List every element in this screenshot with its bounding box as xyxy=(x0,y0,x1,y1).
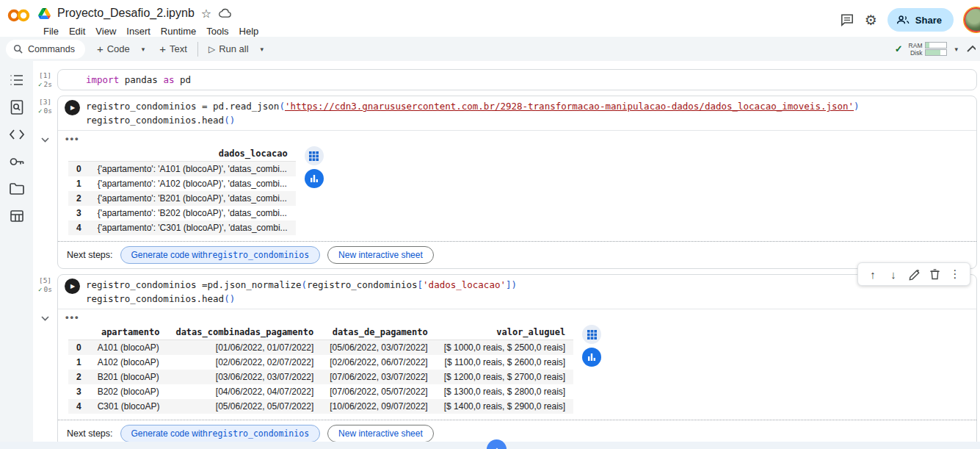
add-text-button[interactable]: + Text xyxy=(153,40,193,58)
menu-help[interactable]: Help xyxy=(234,24,264,38)
disk-bar xyxy=(925,49,947,56)
files-folder-icon[interactable] xyxy=(6,179,28,198)
comments-button[interactable] xyxy=(840,13,854,26)
plus-icon: + xyxy=(97,43,104,55)
menu-insert[interactable]: Insert xyxy=(121,24,156,38)
generate-code-var: registro_condominios xyxy=(208,250,309,260)
move-cell-up-button[interactable]: ↑ xyxy=(864,265,882,283)
table-cell: [05/06/2022, 05/07/2022] xyxy=(167,399,322,414)
left-sidebar xyxy=(0,61,33,449)
table-view-button[interactable] xyxy=(305,146,324,165)
menu-file[interactable]: File xyxy=(38,24,64,38)
cell-output: ••• dados_locacao0{'apartamento': 'A101 … xyxy=(58,131,976,241)
success-check-icon: ✓ xyxy=(38,286,42,293)
dataframe-table: apartamentodatas_combinadas_pagamentodat… xyxy=(68,325,573,414)
collapse-header-button[interactable] xyxy=(965,43,976,56)
colab-logo-icon xyxy=(6,7,32,24)
resource-dropdown[interactable]: ▾ xyxy=(953,43,959,56)
generate-code-button[interactable]: Generate code with registro_condominios xyxy=(120,246,321,264)
code-cell-2: [3] ✓0s ▶ registro_condominios = pd.read… xyxy=(33,96,977,269)
menu-edit[interactable]: Edit xyxy=(64,24,90,38)
cell-gutter: [3] ✓0s xyxy=(33,96,57,269)
menu-runtime[interactable]: Runtime xyxy=(156,24,201,38)
commands-button[interactable]: Commands xyxy=(6,40,85,59)
vertical-dots-icon: ⋮ xyxy=(950,267,961,281)
execution-time: 2s xyxy=(43,80,51,88)
new-interactive-sheet-button[interactable]: New interactive sheet xyxy=(327,246,434,264)
resource-monitor[interactable]: RAM Disk xyxy=(909,42,948,57)
chevron-down-icon xyxy=(41,137,49,143)
execution-count: [1] xyxy=(39,71,51,79)
table-cell: [$ 1300,0 reais, $ 2800,0 reais] xyxy=(436,384,573,399)
table-row: 2B201 (blocoAP)[03/06/2022, 03/07/2022][… xyxy=(68,370,573,384)
search-icon xyxy=(13,44,23,54)
code-editor[interactable]: registro_condominios = pd.read_json('htt… xyxy=(86,99,976,127)
avatar[interactable] xyxy=(964,7,980,32)
chart-view-button[interactable] xyxy=(582,348,601,367)
delete-cell-button[interactable] xyxy=(926,265,943,283)
menu-tools[interactable]: Tools xyxy=(201,24,233,38)
colab-logo[interactable] xyxy=(6,4,37,27)
connected-check-icon: ✓ xyxy=(895,43,903,54)
output-more-menu[interactable]: ••• xyxy=(65,312,80,323)
code-cell-3: [5] ✓0s ▶ registro_condominios =pd.json_… xyxy=(33,274,977,448)
menu-bar: File Edit View Insert Runtime Tools Help xyxy=(38,24,264,38)
move-cell-down-button[interactable]: ↓ xyxy=(885,265,902,283)
edit-with-ai-button[interactable] xyxy=(905,265,923,283)
generate-code-button[interactable]: Generate code with registro_condominios xyxy=(120,425,321,442)
chevron-down-icon: ▾ xyxy=(954,46,958,53)
cell-gutter: [1] ✓2s xyxy=(33,69,57,90)
table-row: 4{'apartamento': 'C301 (blocoAP)', 'data… xyxy=(68,220,296,235)
cloud-save-status-button[interactable] xyxy=(218,8,232,18)
generate-code-text: Generate code with xyxy=(131,250,208,260)
add-code-dropdown[interactable]: ▾ xyxy=(136,43,151,56)
add-code-button[interactable]: + Code xyxy=(91,40,136,58)
next-steps-label: Next steps: xyxy=(67,250,113,260)
run-all-label: Run all xyxy=(219,43,248,54)
run-cell-button[interactable]: ▶ xyxy=(65,100,80,115)
success-check-icon: ✓ xyxy=(38,81,42,88)
column-header: dados_locacao xyxy=(90,146,296,162)
colab-app: Proyecto_Desafio_2.ipynb ☆ File Edit Vie… xyxy=(0,0,980,449)
row-index: 0 xyxy=(68,162,90,177)
plus-icon: + xyxy=(159,43,166,55)
run-all-button[interactable]: ▷ Run all xyxy=(203,40,255,57)
table-view-button[interactable] xyxy=(582,325,601,344)
star-button[interactable]: ☆ xyxy=(201,7,211,21)
table-of-contents-icon[interactable] xyxy=(6,71,28,90)
code-editor[interactable]: registro_condominios =pd.json_normalize(… xyxy=(86,278,976,306)
table-row: 0{'apartamento': 'A101 (blocoAP)', 'data… xyxy=(68,162,296,177)
settings-button[interactable]: ⚙ xyxy=(865,12,877,29)
bar-chart-icon xyxy=(310,174,319,183)
execution-time: 0s xyxy=(43,107,51,115)
table-cell: A101 (blocoAP) xyxy=(90,340,168,356)
code-editor[interactable]: import pandas as pd xyxy=(58,73,976,87)
table-cell: [01/06/2022, 01/07/2022] xyxy=(167,340,322,356)
code-cell-1: [1] ✓2s import pandas as pd xyxy=(33,69,977,90)
run-icon: ▷ xyxy=(208,44,215,54)
table-row: 2{'apartamento': 'B201 (blocoAP)', 'data… xyxy=(68,191,296,206)
notebook-title[interactable]: Proyecto_Desafio_2.ipynb xyxy=(57,7,195,20)
menu-view[interactable]: View xyxy=(90,24,121,38)
share-button[interactable]: Share xyxy=(888,8,954,32)
table-grid-icon xyxy=(309,151,319,161)
cell-actions-toolbar: ↑ ↓ ⋮ xyxy=(857,262,970,286)
row-index: 4 xyxy=(68,220,90,235)
chevron-down-icon: ▾ xyxy=(261,46,264,53)
secrets-key-icon[interactable] xyxy=(6,152,28,171)
find-in-doc-icon[interactable] xyxy=(6,98,28,117)
arrow-up-icon: ↑ xyxy=(870,268,876,281)
code-snippets-icon[interactable] xyxy=(6,125,28,144)
run-cell-button[interactable]: ▶ xyxy=(65,279,80,294)
output-more-menu[interactable]: ••• xyxy=(65,134,80,144)
more-options-button[interactable]: ⋮ xyxy=(946,265,964,283)
collapse-output-button[interactable] xyxy=(41,312,49,323)
dataframe-table: dados_locacao0{'apartamento': 'A101 (blo… xyxy=(68,146,296,235)
execution-count: [3] xyxy=(39,98,51,106)
toolbar-divider xyxy=(197,42,198,57)
data-table-icon[interactable] xyxy=(6,206,28,226)
collapse-output-button[interactable] xyxy=(41,134,49,145)
new-interactive-sheet-button[interactable]: New interactive sheet xyxy=(327,425,434,442)
chart-view-button[interactable] xyxy=(305,169,324,188)
run-all-dropdown[interactable]: ▾ xyxy=(255,43,270,56)
